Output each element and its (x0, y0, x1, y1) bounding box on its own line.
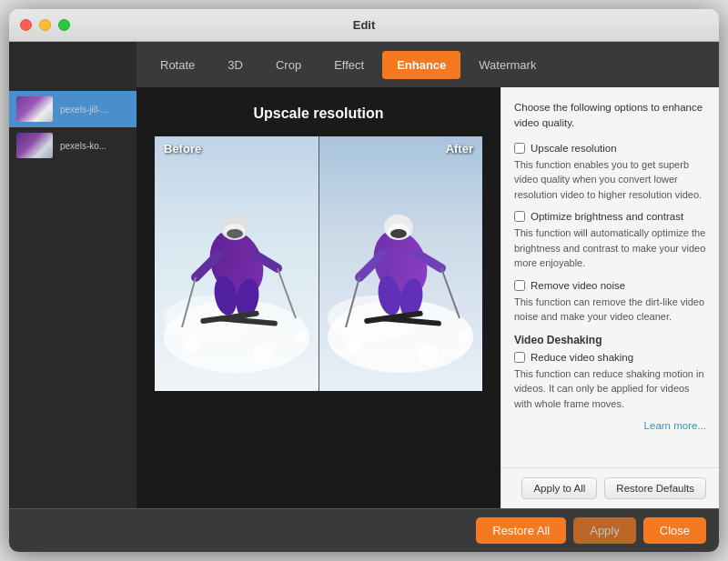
minimize-window-button[interactable] (39, 19, 51, 31)
svg-point-17 (295, 331, 306, 342)
checkbox-row-brightness: Optimize brightness and contrast (514, 211, 706, 222)
main-window: Edit Rotate 3D Crop Effect Enhance Water… (9, 9, 719, 552)
svg-point-16 (253, 344, 275, 366)
after-image (318, 136, 482, 391)
content-area: Upscale resolution Before (136, 87, 500, 508)
tabs-area: Rotate 3D Crop Effect Enhance Watermark (136, 42, 719, 87)
checkbox-row-deshake: Reduce video shaking (514, 352, 706, 363)
apply-to-all-button[interactable]: Apply to All (521, 477, 597, 499)
window-title: Edit (353, 18, 376, 32)
option-group-noise: Remove video noise This function can rem… (514, 280, 706, 325)
option-group-brightness: Optimize brightness and contrast This fu… (514, 211, 706, 271)
checkbox-row-noise: Remove video noise (514, 280, 706, 291)
tab-effect[interactable]: Effect (319, 51, 379, 79)
sidebar-item-label-2: pexels-ko... (60, 141, 106, 151)
before-image (155, 136, 318, 391)
svg-point-33 (348, 338, 362, 353)
preview-container: Before (155, 136, 482, 391)
restore-all-button[interactable]: Restore All (476, 517, 566, 544)
svg-point-15 (184, 338, 198, 353)
window-controls (20, 19, 70, 31)
option-desc-brightness: This function will automatically optimiz… (514, 225, 706, 271)
checkbox-upscale[interactable] (514, 143, 525, 154)
right-panel-content: Choose the following options to enhance … (501, 87, 719, 467)
panel-bottom-buttons: Apply to All Restore Defaults (501, 467, 719, 508)
sidebar-thumb-1 (16, 96, 53, 122)
restore-defaults-button[interactable]: Restore Defaults (604, 477, 706, 499)
footer-bar: Restore All Apply Close (9, 508, 719, 552)
right-panel: Choose the following options to enhance … (500, 87, 719, 508)
learn-more-link[interactable]: Learn more... (514, 420, 706, 431)
sidebar-item-1[interactable]: pexels-jill-... (9, 91, 136, 127)
sidebar-thumb-image-1 (16, 96, 53, 122)
content-title: Upscale resolution (253, 105, 383, 122)
option-desc-deshake: This function can reduce shaking motion … (514, 366, 706, 412)
preview-after: After (318, 136, 482, 391)
option-desc-upscale: This function enables you to get superb … (514, 157, 706, 203)
toolbar: Rotate 3D Crop Effect Enhance Watermark (9, 42, 719, 87)
sidebar-thumb-image-2 (16, 133, 53, 158)
apply-button[interactable]: Apply (573, 517, 636, 544)
checkbox-label-deshake[interactable]: Reduce video shaking (531, 352, 633, 363)
maximize-window-button[interactable] (58, 19, 70, 31)
option-desc-noise: This function can remove the dirt-like v… (514, 295, 706, 325)
sidebar-toolbar-spacer (9, 42, 136, 87)
svg-point-6 (227, 229, 243, 238)
tab-rotate[interactable]: Rotate (146, 51, 209, 79)
sidebar-thumb-2 (16, 133, 53, 158)
checkbox-row-upscale: Upscale resolution (514, 143, 706, 154)
title-bar: Edit (9, 9, 719, 42)
checkbox-label-noise[interactable]: Remove video noise (531, 280, 625, 291)
sidebar-item-2[interactable]: pexels-ko... (9, 127, 136, 164)
deshaking-section-title: Video Deshaking (514, 334, 706, 346)
main-area: pexels-jill-... pexels-ko... Upscale res… (9, 87, 719, 508)
tab-crop[interactable]: Crop (261, 51, 316, 79)
svg-point-34 (417, 344, 439, 366)
sidebar-item-label-1: pexels-jill-... (60, 105, 108, 115)
close-button[interactable]: Close (643, 517, 706, 544)
checkbox-deshake[interactable] (514, 352, 525, 363)
close-window-button[interactable] (20, 19, 32, 31)
tab-enhance[interactable]: Enhance (382, 51, 460, 79)
before-label: Before (164, 142, 201, 155)
checkbox-noise[interactable] (514, 280, 525, 291)
tab-watermark[interactable]: Watermark (464, 51, 551, 79)
option-group-deshaking: Video Deshaking Reduce video shaking Thi… (514, 334, 706, 432)
tab-3d[interactable]: 3D (213, 51, 258, 79)
after-label: After (446, 142, 473, 155)
checkbox-brightness[interactable] (514, 211, 525, 222)
svg-point-24 (390, 229, 407, 238)
svg-point-35 (459, 331, 470, 342)
preview-divider (318, 136, 319, 391)
preview-before: Before (155, 136, 318, 391)
checkbox-label-upscale[interactable]: Upscale resolution (531, 143, 617, 154)
sidebar: pexels-jill-... pexels-ko... (9, 87, 136, 508)
panel-intro-text: Choose the following options to enhance … (514, 100, 706, 132)
checkbox-label-brightness[interactable]: Optimize brightness and contrast (531, 211, 683, 222)
option-group-upscale: Upscale resolution This function enables… (514, 143, 706, 203)
